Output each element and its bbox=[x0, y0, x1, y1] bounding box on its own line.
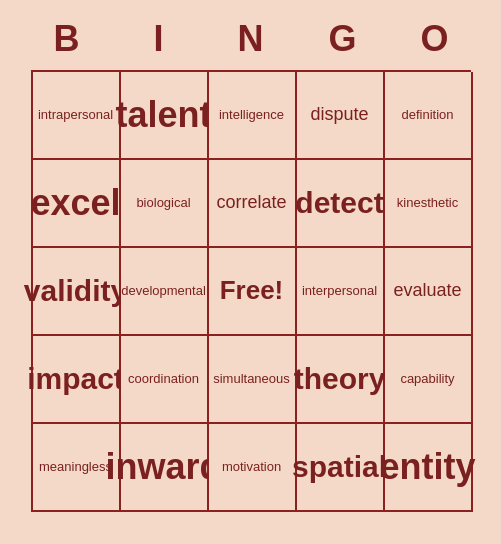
cell-text: developmental bbox=[121, 283, 206, 299]
bingo-cell: simultaneous bbox=[209, 336, 297, 424]
bingo-cell: excel bbox=[33, 160, 121, 248]
cell-text: intrapersonal bbox=[38, 107, 113, 123]
bingo-letter: I bbox=[119, 18, 199, 60]
cell-text: correlate bbox=[216, 192, 286, 214]
bingo-cell: inward bbox=[121, 424, 209, 512]
bingo-cell: theory bbox=[297, 336, 385, 424]
bingo-cell: kinesthetic bbox=[385, 160, 473, 248]
cell-text: inward bbox=[106, 445, 222, 488]
cell-text: talent bbox=[116, 93, 212, 136]
cell-text: definition bbox=[401, 107, 453, 123]
cell-text: excel bbox=[30, 181, 120, 224]
bingo-letter: N bbox=[211, 18, 291, 60]
bingo-cell: definition bbox=[385, 72, 473, 160]
bingo-cell: correlate bbox=[209, 160, 297, 248]
bingo-cell: intelligence bbox=[209, 72, 297, 160]
bingo-cell: biological bbox=[121, 160, 209, 248]
cell-text: validity bbox=[24, 273, 127, 309]
bingo-cell: motivation bbox=[209, 424, 297, 512]
bingo-cell: entity bbox=[385, 424, 473, 512]
bingo-letter: G bbox=[303, 18, 383, 60]
bingo-cell: interpersonal bbox=[297, 248, 385, 336]
cell-text: capability bbox=[400, 371, 454, 387]
cell-text: detect bbox=[295, 185, 383, 221]
bingo-cell: coordination bbox=[121, 336, 209, 424]
bingo-cell: impact bbox=[33, 336, 121, 424]
bingo-letter: O bbox=[395, 18, 475, 60]
bingo-cell: developmental bbox=[121, 248, 209, 336]
bingo-cell: capability bbox=[385, 336, 473, 424]
cell-text: intelligence bbox=[219, 107, 284, 123]
cell-text: motivation bbox=[222, 459, 281, 475]
cell-text: entity bbox=[380, 445, 476, 488]
cell-text: coordination bbox=[128, 371, 199, 387]
cell-text: evaluate bbox=[393, 280, 461, 302]
bingo-cell: talent bbox=[121, 72, 209, 160]
cell-text: dispute bbox=[310, 104, 368, 126]
cell-text: impact bbox=[27, 361, 124, 397]
cell-text: kinesthetic bbox=[397, 195, 458, 211]
cell-text: spatial bbox=[292, 449, 387, 485]
cell-text: theory bbox=[294, 361, 386, 397]
bingo-cell: intrapersonal bbox=[33, 72, 121, 160]
bingo-letter: B bbox=[27, 18, 107, 60]
bingo-header: BINGO bbox=[21, 0, 481, 70]
bingo-cell: spatial bbox=[297, 424, 385, 512]
bingo-cell: validity bbox=[33, 248, 121, 336]
bingo-cell: Free! bbox=[209, 248, 297, 336]
cell-text: meaningless bbox=[39, 459, 112, 475]
bingo-cell: detect bbox=[297, 160, 385, 248]
cell-text: Free! bbox=[220, 275, 284, 306]
cell-text: simultaneous bbox=[213, 371, 290, 387]
bingo-cell: dispute bbox=[297, 72, 385, 160]
bingo-grid: intrapersonaltalentintelligencedisputede… bbox=[31, 70, 471, 512]
bingo-cell: evaluate bbox=[385, 248, 473, 336]
cell-text: interpersonal bbox=[302, 283, 377, 299]
cell-text: biological bbox=[136, 195, 190, 211]
